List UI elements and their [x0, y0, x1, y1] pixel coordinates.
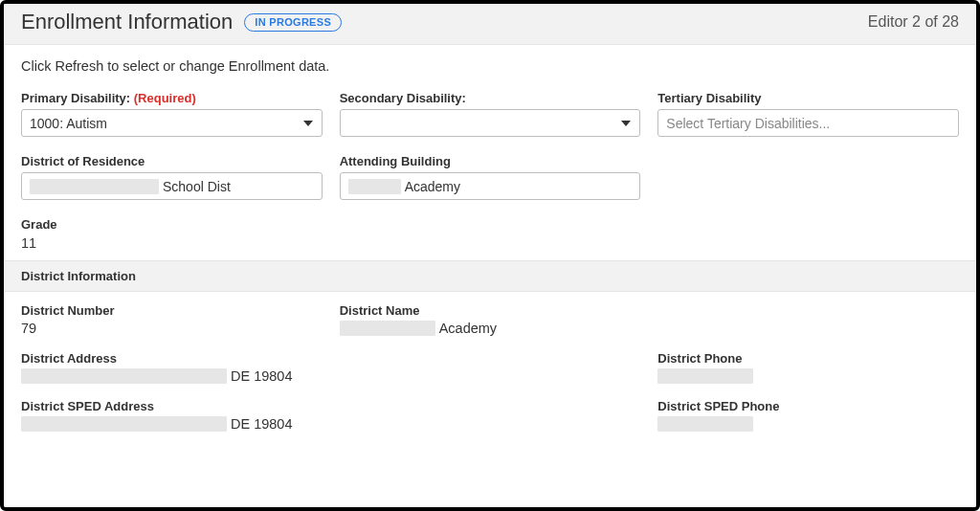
district-name-value: Academy [340, 321, 641, 336]
redacted-text [657, 416, 753, 432]
panel-header: Enrollment Information IN PROGRESS Edito… [4, 4, 976, 45]
district-sped-phone-label: District SPED Phone [657, 399, 959, 413]
district-phone-field: District Phone [657, 351, 959, 384]
status-badge: IN PROGRESS [244, 13, 342, 32]
district-number-value: 79 [21, 321, 323, 336]
redacted-text [348, 179, 401, 194]
tertiary-disability-label: Tertiary Disability [657, 91, 959, 105]
redacted-text [657, 368, 753, 384]
district-info-section-header: District Information [4, 260, 976, 292]
secondary-disability-label: Secondary Disability: [340, 91, 641, 105]
district-sped-address-label: District SPED Address [21, 399, 323, 413]
district-of-residence-input[interactable]: School Dist [21, 172, 323, 200]
primary-disability-select[interactable]: 1000: Autism [21, 109, 323, 137]
grade-field: Grade 11 [21, 217, 323, 251]
redacted-text [21, 416, 227, 432]
district-address-field: District Address DE 19804 [21, 351, 323, 384]
secondary-disability-field: Secondary Disability: [340, 91, 641, 137]
district-of-residence-label: District of Residence [21, 154, 323, 168]
district-sped-phone-field: District SPED Phone [657, 399, 959, 432]
attending-building-label: Attending Building [340, 154, 641, 168]
district-number-field: District Number 79 [21, 303, 323, 336]
district-name-field: District Name Academy [340, 303, 641, 336]
district-sped-phone-value [657, 416, 959, 432]
secondary-disability-select[interactable] [340, 109, 641, 137]
primary-disability-field: Primary Disability: (Required) 1000: Aut… [21, 91, 323, 137]
attending-building-input[interactable]: Academy [340, 172, 641, 200]
district-address-value: DE 19804 [21, 368, 323, 384]
district-of-residence-field: District of Residence School Dist [21, 154, 323, 200]
attending-building-field: Attending Building Academy [340, 154, 641, 200]
district-name-label: District Name [340, 303, 641, 318]
district-address-label: District Address [21, 351, 323, 366]
editor-counter: Editor 2 of 28 [868, 13, 959, 31]
district-phone-label: District Phone [657, 351, 959, 366]
district-sped-address-field: District SPED Address DE 19804 [21, 399, 323, 432]
district-sped-address-value: DE 19804 [21, 416, 323, 432]
panel-title: Enrollment Information [21, 10, 233, 34]
redacted-text [21, 368, 227, 384]
tertiary-disability-select[interactable]: Select Tertiary Disabilities... [657, 109, 959, 137]
district-number-label: District Number [21, 303, 323, 318]
redacted-text [30, 179, 159, 194]
grade-value: 11 [21, 235, 323, 251]
grade-label: Grade [21, 217, 323, 232]
required-indicator: (Required) [134, 91, 196, 105]
tertiary-disability-field: Tertiary Disability Select Tertiary Disa… [657, 91, 959, 137]
primary-disability-label: Primary Disability: (Required) [21, 91, 323, 105]
helper-text: Click Refresh to select or change Enroll… [21, 58, 959, 74]
redacted-text [340, 321, 435, 336]
district-phone-value [657, 368, 959, 384]
